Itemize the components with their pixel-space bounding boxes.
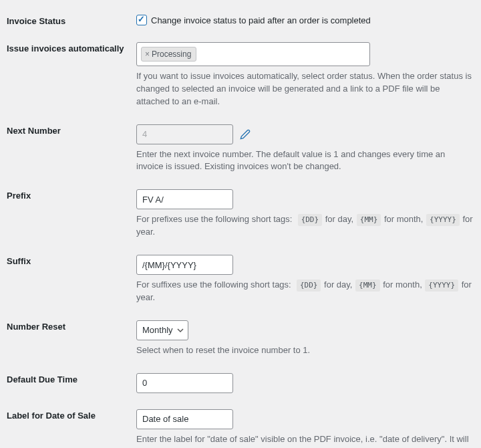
label-col: Prefix (7, 189, 136, 201)
prefix-input[interactable] (136, 189, 233, 209)
label-col: Default Due Time (7, 373, 136, 384)
invoice-status-checkbox[interactable] (136, 15, 147, 25)
issue-auto-desc: If you want to issue invoices automatica… (136, 70, 474, 108)
issue-auto-tag-input[interactable]: × Processing (136, 42, 370, 66)
prefix-label: Prefix (7, 191, 31, 201)
row-invoice-status: Invoice Status Change invoice status to … (7, 5, 474, 33)
field-col: Enter the next invoice number. The defau… (136, 124, 474, 174)
issue-auto-tag[interactable]: × Processing (141, 47, 196, 62)
issue-auto-label: Issue invoices automatically (7, 43, 124, 53)
shorttag-day: {DD} (298, 214, 323, 226)
desc-text: For prefixes use the following short tag… (136, 214, 292, 224)
row-prefix: Prefix For prefixes use the following sh… (7, 180, 474, 245)
next-number-label: Next Number (7, 126, 61, 136)
desc-text: for month, (384, 214, 426, 224)
shorttag-year: {YYYY} (425, 279, 458, 292)
suffix-input[interactable] (136, 255, 233, 275)
tag-text: Processing (152, 49, 191, 59)
shorttag-year: {YYYY} (426, 214, 460, 226)
field-col: Monthly Select when to reset the invoice… (136, 320, 474, 357)
suffix-label: Suffix (7, 256, 31, 266)
date-sale-label: Label for Date of Sale (7, 411, 96, 421)
default-due-label: Default Due Time (7, 374, 77, 384)
field-col (136, 373, 474, 393)
row-default-due: Default Due Time (7, 364, 474, 400)
row-date-sale-label: Label for Date of Sale Enter the label f… (7, 400, 474, 448)
number-reset-label: Number Reset (7, 322, 65, 332)
row-suffix: Suffix For suffixes use the following sh… (7, 245, 474, 311)
label-col: Number Reset (7, 320, 136, 332)
next-number-input (136, 124, 233, 144)
shorttag-month: {MM} (357, 214, 381, 226)
label-col: Suffix (7, 255, 136, 266)
date-sale-input[interactable] (136, 409, 233, 429)
next-number-input-row (136, 124, 474, 144)
invoice-status-checkbox-label[interactable]: Change invoice status to paid after an o… (151, 15, 371, 25)
label-col: Issue invoices automatically (7, 42, 136, 53)
label-col: Label for Date of Sale (7, 409, 136, 421)
label-col: Invoice Status (7, 15, 136, 26)
row-issue-auto: Issue invoices automatically × Processin… (7, 33, 474, 115)
default-due-input[interactable] (136, 373, 233, 393)
date-sale-desc: Enter the label for "date of sale" visib… (136, 433, 474, 448)
shorttag-month: {MM} (355, 279, 380, 292)
number-reset-desc: Select when to reset the invoice number … (136, 344, 474, 357)
row-number-reset: Number Reset Monthly Select when to rese… (7, 311, 474, 364)
shorttag-day: {DD} (297, 279, 321, 292)
label-col: Next Number (7, 124, 136, 136)
desc-text: for day, (324, 279, 355, 290)
field-col: × Processing If you want to issue invoic… (136, 42, 474, 108)
field-col: For prefixes use the following short tag… (136, 189, 474, 239)
row-next-number: Next Number Enter the next invoice numbe… (7, 115, 474, 181)
edit-icon[interactable] (240, 129, 251, 140)
desc-text: for day, (325, 214, 356, 224)
next-number-desc: Enter the next invoice number. The defau… (136, 148, 474, 174)
field-col: Enter the label for "date of sale" visib… (136, 409, 474, 448)
tag-remove-icon[interactable]: × (145, 49, 150, 59)
prefix-desc: For prefixes use the following short tag… (136, 213, 474, 239)
invoice-status-checkbox-row: Change invoice status to paid after an o… (136, 15, 474, 25)
invoice-status-label: Invoice Status (7, 16, 65, 26)
desc-text: For suffixes use the following short tag… (136, 279, 291, 290)
suffix-desc: For suffixes use the following short tag… (136, 279, 474, 304)
number-reset-select[interactable]: Monthly (136, 320, 188, 340)
field-col: Change invoice status to paid after an o… (136, 15, 474, 25)
desc-text: for month, (383, 279, 424, 290)
field-col: For suffixes use the following short tag… (136, 255, 474, 304)
